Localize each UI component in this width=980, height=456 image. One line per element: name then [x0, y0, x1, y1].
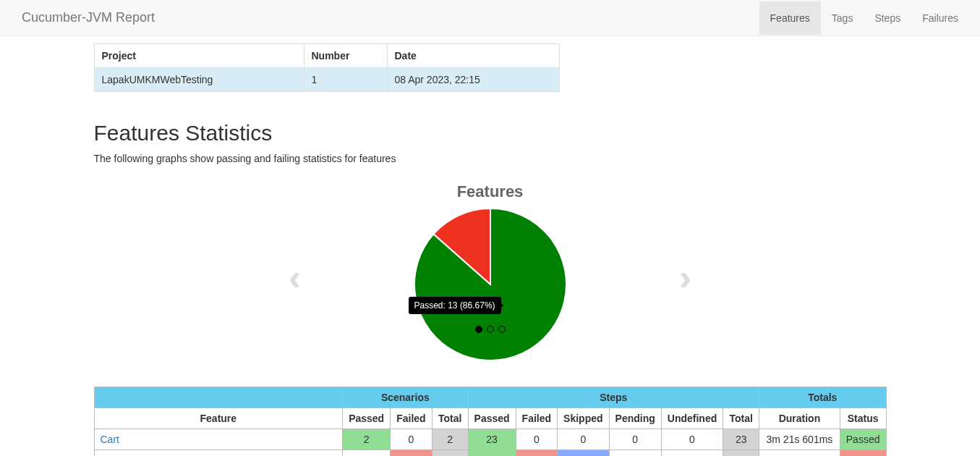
brand-link[interactable]: Cucumber-JVM Report [11, 0, 166, 36]
indicator-0[interactable] [475, 326, 482, 333]
carousel-indicators [475, 326, 506, 333]
h-step-failed: Failed [516, 408, 557, 429]
stats-title: Features Statistics [94, 121, 887, 145]
group-steps: Steps [468, 387, 759, 408]
nav-features[interactable]: Features [759, 1, 821, 35]
project-date-cell: 08 Apr 2023, 22:15 [387, 68, 559, 92]
h-step-skipped: Skipped [558, 408, 609, 429]
cell-scen-failed: 5 [391, 450, 432, 457]
cell-scen-passed: 2 [343, 429, 391, 450]
cell-step-total: 25 [723, 450, 759, 457]
cell-scen-total: 5 [432, 450, 468, 457]
cell-scen-passed: 0 [343, 450, 391, 457]
h-duration: Duration [759, 408, 840, 429]
col-project-header: Project [94, 44, 304, 68]
h-scen-total: Total [432, 408, 468, 429]
indicator-1[interactable] [487, 326, 494, 333]
project-name-cell: LapakUMKMWebTesting [94, 68, 304, 92]
cell-step-pending: 0 [609, 450, 661, 457]
project-number-cell: 1 [304, 68, 387, 92]
chart-carousel: Features Passed: 13 (86.67%) ‹ › [94, 182, 887, 371]
cell-status: Failed [840, 450, 886, 457]
cell-step-failed: 0 [516, 429, 557, 450]
cell-step-pending: 0 [609, 429, 661, 450]
chart-title: Features [94, 182, 887, 201]
cell-step-failed: 5 [516, 450, 557, 457]
col-number-header: Number [304, 44, 387, 68]
nav-failures[interactable]: Failures [911, 1, 969, 35]
nav-steps[interactable]: Steps [864, 1, 911, 35]
col-date-header: Date [387, 44, 559, 68]
h-status: Status [840, 408, 886, 429]
carousel-next-icon[interactable]: › [680, 257, 691, 297]
cell-step-skipped: 2 [558, 450, 609, 457]
nav-list: Features Tags Steps Failures [759, 1, 969, 35]
results-table: Scenarios Steps Totals Feature Passed Fa… [94, 387, 887, 456]
cell-duration: 1m 8s 124ms [759, 450, 840, 457]
group-scenarios: Scenarios [343, 387, 468, 408]
group-feature-empty [94, 387, 343, 408]
group-totals: Totals [759, 387, 886, 408]
stats-subtitle: The following graphs show passing and fa… [94, 153, 887, 164]
cell-step-skipped: 0 [558, 429, 609, 450]
nav-tags[interactable]: Tags [821, 1, 864, 35]
h-scen-passed: Passed [343, 408, 391, 429]
pie-svg [411, 205, 570, 364]
indicator-2[interactable] [498, 326, 506, 333]
project-info-table: Project Number Date LapakUMKMWebTesting … [94, 43, 560, 92]
h-step-passed: Passed [468, 408, 516, 429]
h-scen-failed: Failed [391, 408, 432, 429]
h-feature: Feature [94, 408, 343, 429]
h-step-pending: Pending [609, 408, 661, 429]
h-step-undef: Undefined [661, 408, 723, 429]
carousel-prev-icon[interactable]: ‹ [289, 257, 301, 297]
cell-step-total: 23 [723, 429, 759, 450]
cell-scen-failed: 0 [391, 429, 432, 450]
table-row: Category Button 0 5 5 18 5 2 0 0 25 1m 8… [94, 450, 886, 457]
cell-step-undef: 0 [661, 450, 723, 457]
cell-scen-total: 2 [432, 429, 468, 450]
cell-step-undef: 0 [661, 429, 723, 450]
cell-step-passed: 23 [468, 429, 516, 450]
h-step-total: Total [723, 408, 759, 429]
cell-duration: 3m 21s 601ms [759, 429, 840, 450]
chart-tooltip: Passed: 13 (86.67%) [409, 297, 501, 314]
pie-chart [411, 205, 570, 366]
main-container: Project Number Date LapakUMKMWebTesting … [94, 36, 887, 456]
navbar: Cucumber-JVM Report Features Tags Steps … [0, 0, 980, 36]
table-row: Cart 2 0 2 23 0 0 0 0 23 3m 21s 601ms Pa… [94, 429, 886, 450]
cell-step-passed: 18 [468, 450, 516, 457]
project-row: LapakUMKMWebTesting 1 08 Apr 2023, 22:15 [94, 68, 559, 92]
feature-link[interactable]: Cart [101, 434, 119, 445]
cell-status: Passed [840, 429, 886, 450]
